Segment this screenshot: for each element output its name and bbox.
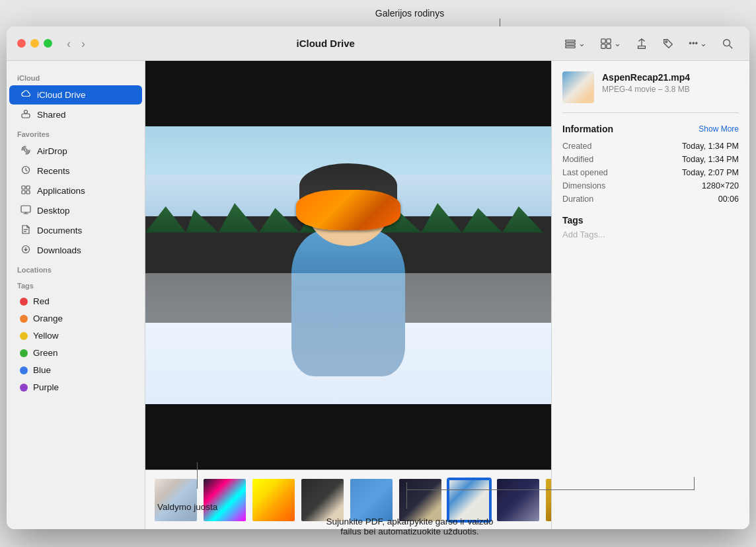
sidebar-item-applications[interactable]: Applications (9, 181, 142, 200)
inspector-row-dimensions: Dimensions 1280×720 (562, 179, 739, 192)
add-tags-input[interactable]: Add Tags... (562, 230, 739, 239)
thumbnail-1[interactable] (153, 478, 198, 523)
sidebar-item-orange[interactable]: Orange (9, 310, 142, 327)
inspector-tags-section: Tags Add Tags... (562, 215, 739, 239)
sidebar: iCloud iCloud Drive Shared F (7, 61, 145, 529)
last-opened-value: Today, 2:07 PM (682, 168, 739, 177)
search-button[interactable] (716, 35, 739, 52)
duration-label: Duration (562, 194, 593, 204)
svg-rect-6 (607, 44, 611, 48)
purple-tag-label: Purple (33, 382, 59, 392)
titlebar: ‹ › iCloud Drive ⌄ ⌄ (7, 26, 749, 61)
thumbnail-8[interactable] (496, 478, 541, 523)
sidebar-item-red[interactable]: Red (9, 293, 142, 310)
airdrop-icon (20, 145, 32, 157)
sidebar-item-documents[interactable]: Documents (9, 221, 142, 240)
applications-icon (20, 185, 32, 197)
sidebar-item-desktop[interactable]: Desktop (9, 201, 142, 220)
thumbnail-1-image (155, 479, 197, 521)
applications-icon-svg (20, 185, 31, 195)
airdrop-label: AirDrop (37, 146, 67, 156)
blue-tag-label: Blue (33, 365, 51, 375)
bottom-center-line1: Sujunkite PDF, apkarpykite garso ir vaiz… (284, 517, 535, 526)
purple-tag-dot (20, 384, 28, 392)
thumbnail-4[interactable] (300, 478, 345, 523)
toolbar-right: ⌄ ⌄ (559, 35, 739, 52)
thumbnail-9[interactable] (545, 478, 551, 523)
dimensions-label: Dimensions (562, 181, 605, 190)
desktop-label: Desktop (37, 206, 70, 216)
bottom-center-line2: failus bei automatizuokite užduotis. (284, 526, 535, 536)
sidebar-item-downloads[interactable]: Downloads (9, 241, 142, 260)
sidebar-item-recents[interactable]: Recents (9, 161, 142, 181)
scene-letterbox-top (145, 61, 551, 126)
search-icon (722, 38, 734, 50)
duration-value: 00:06 (718, 194, 739, 204)
more-options-icon: ••• (689, 38, 698, 48)
recents-icon (20, 165, 32, 177)
svg-point-12 (24, 149, 27, 151)
sidebar-item-purple[interactable]: Purple (9, 379, 142, 396)
close-button[interactable] (17, 39, 26, 48)
minimize-button[interactable] (30, 39, 39, 48)
thumbnail-7-active[interactable] (447, 478, 492, 523)
grid-view-icon (600, 38, 612, 50)
sidebar-item-green[interactable]: Green (9, 345, 142, 361)
valdymo-label: Valdymo juosta (157, 502, 217, 512)
gallery-view-callout: Galerijos rodinys (375, 8, 444, 19)
sidebar-item-yellow[interactable]: Yellow (9, 327, 142, 344)
blue-tag-dot (20, 366, 28, 374)
created-value: Today, 1:34 PM (682, 142, 739, 151)
list-view-button[interactable]: ⌄ (559, 35, 591, 52)
desktop-icon (20, 204, 32, 217)
svg-rect-0 (566, 40, 575, 42)
icloud-section-label: iCloud (7, 69, 145, 85)
thumbnail-9-image (546, 479, 551, 521)
svg-rect-3 (601, 38, 605, 42)
share-button[interactable] (630, 35, 653, 52)
forward-button[interactable]: › (77, 36, 89, 51)
back-button[interactable]: ‹ (63, 36, 75, 51)
bottom-center-callout: Sujunkite PDF, apkarpykite garso ir vaiz… (284, 517, 535, 536)
svg-point-7 (665, 40, 667, 42)
documents-icon (20, 224, 32, 237)
inspector-row-created: Created Today, 1:34 PM (562, 140, 739, 153)
more-options-button[interactable]: ••• ⌄ (683, 36, 712, 51)
thumbnail-5-image (350, 479, 393, 521)
sidebar-item-blue[interactable]: Blue (9, 362, 142, 378)
inspector-thumbnail (562, 71, 594, 103)
shared-label: Shared (37, 110, 66, 120)
downloads-label: Downloads (37, 245, 81, 255)
thumbnail-6[interactable] (398, 478, 443, 523)
yellow-tag-label: Yellow (33, 331, 59, 341)
content-area: iCloud iCloud Drive Shared F (7, 61, 749, 529)
thumbnail-5[interactable] (349, 478, 394, 523)
thumbnail-3[interactable] (251, 478, 296, 523)
documents-icon-svg (20, 224, 31, 235)
last-opened-label: Last opened (562, 168, 608, 177)
tag-button[interactable] (657, 35, 679, 52)
sidebar-item-icloud-drive[interactable]: iCloud Drive (9, 85, 142, 105)
green-tag-dot (20, 349, 28, 357)
show-more-button[interactable]: Show More (699, 124, 739, 134)
sidebar-item-airdrop[interactable]: AirDrop (9, 142, 142, 161)
maximize-button[interactable] (44, 39, 52, 48)
grid-chevron: ⌄ (614, 38, 621, 48)
tags-section-title: Tags (562, 215, 739, 226)
inspector-row-modified: Modified Today, 1:34 PM (562, 153, 739, 166)
documents-label: Documents (37, 226, 82, 235)
locations-section-label: Locations (7, 261, 145, 276)
shared-icon-svg (20, 108, 31, 119)
bottom-center-line-v (406, 482, 407, 509)
gallery-main (145, 61, 551, 470)
icloud-drive-label: iCloud Drive (37, 90, 86, 100)
scene-snow-overlay (145, 273, 551, 404)
recents-label: Recents (37, 166, 70, 176)
thumbnail-2-image (204, 479, 246, 521)
thumbnail-2[interactable] (202, 478, 247, 523)
shared-icon (20, 108, 32, 121)
sidebar-item-shared[interactable]: Shared (9, 105, 142, 124)
svg-rect-10 (22, 114, 30, 118)
video-preview (145, 61, 551, 470)
grid-view-button[interactable]: ⌄ (595, 35, 626, 52)
